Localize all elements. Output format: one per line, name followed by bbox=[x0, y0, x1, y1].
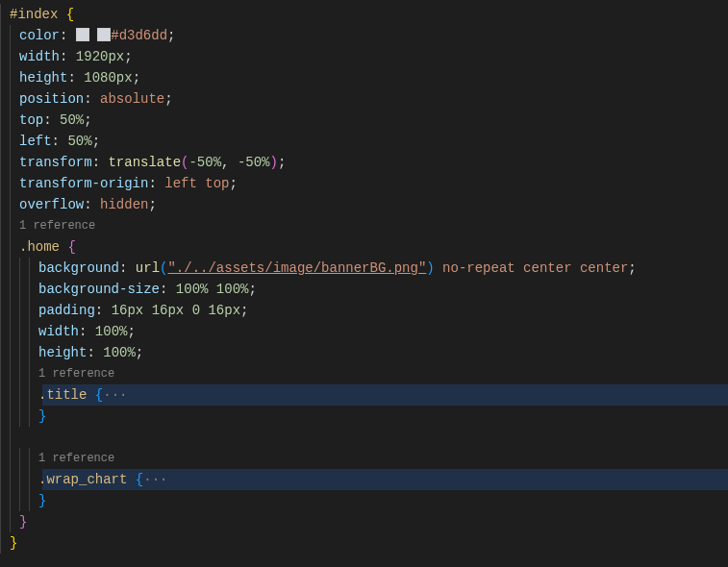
value: 100% bbox=[103, 345, 136, 360]
property: width bbox=[38, 324, 79, 339]
code-line[interactable]: } bbox=[0, 490, 728, 511]
value: 16px 16px 0 16px bbox=[112, 303, 240, 318]
property: height bbox=[19, 70, 67, 86]
code-line-blank[interactable] bbox=[0, 427, 728, 448]
code-line-folded[interactable]: .wrap_chart {··· bbox=[0, 469, 728, 490]
code-line[interactable]: overflow: hidden; bbox=[0, 194, 728, 215]
value: left top bbox=[164, 176, 229, 191]
property: top bbox=[19, 112, 43, 128]
selector: #index bbox=[10, 7, 58, 22]
property: padding bbox=[38, 303, 95, 318]
property: background-size bbox=[38, 282, 160, 297]
code-line[interactable]: height: 1080px; bbox=[0, 67, 728, 88]
code-line[interactable]: background: url("./../assets/image/banne… bbox=[0, 258, 728, 279]
property: background bbox=[38, 260, 119, 276]
code-line[interactable]: background-size: 100% 100%; bbox=[0, 279, 728, 300]
value: hidden bbox=[100, 197, 148, 212]
property: left bbox=[19, 134, 52, 149]
fold-icon[interactable]: ··· bbox=[143, 472, 167, 487]
value: 1080px bbox=[84, 70, 132, 86]
selector: .home bbox=[19, 239, 60, 255]
selector: .title bbox=[38, 387, 87, 403]
fold-icon[interactable]: ··· bbox=[103, 387, 127, 403]
property: width bbox=[19, 49, 60, 64]
value: 50% bbox=[60, 112, 84, 128]
code-line[interactable]: transform: translate(-50%, -50%); bbox=[0, 152, 728, 173]
property: height bbox=[38, 345, 87, 360]
color-swatch[interactable] bbox=[76, 28, 89, 41]
code-line[interactable]: top: 50%; bbox=[0, 110, 728, 131]
code-line[interactable]: left: 50%; bbox=[0, 131, 728, 152]
selector: .wrap_chart bbox=[38, 472, 127, 487]
code-editor[interactable]: #index { color: #d3d6dd; width: 1920px; … bbox=[0, 4, 728, 554]
references-codelens[interactable]: 1 reference bbox=[19, 215, 95, 236]
value: 100% 100% bbox=[176, 282, 249, 297]
code-line-folded[interactable]: .title {··· bbox=[0, 384, 728, 406]
code-line[interactable]: } bbox=[0, 511, 728, 532]
code-line[interactable]: .home { bbox=[0, 236, 728, 258]
value: 1920px bbox=[76, 49, 124, 64]
code-line[interactable]: position: absolute; bbox=[0, 88, 728, 110]
codelens-line[interactable]: 1 reference bbox=[0, 363, 728, 384]
value: 100% bbox=[95, 324, 128, 339]
code-line[interactable]: } bbox=[0, 532, 728, 554]
code-line[interactable]: } bbox=[0, 406, 728, 427]
value: -50% bbox=[238, 155, 270, 170]
function: translate bbox=[108, 155, 181, 170]
property: transform-origin bbox=[19, 176, 148, 191]
code-line[interactable]: color: #d3d6dd; bbox=[0, 25, 728, 46]
string: "./../assets/image/bannerBG.png" bbox=[167, 260, 426, 276]
value: 50% bbox=[67, 134, 91, 149]
color-swatch[interactable] bbox=[97, 28, 111, 41]
property: overflow bbox=[19, 197, 84, 212]
property: color bbox=[19, 28, 60, 43]
code-line[interactable]: transform-origin: left top; bbox=[0, 173, 728, 194]
code-line[interactable]: padding: 16px 16px 0 16px; bbox=[0, 300, 728, 321]
references-codelens[interactable]: 1 reference bbox=[38, 363, 114, 384]
property: position bbox=[19, 91, 84, 107]
function: url bbox=[136, 260, 160, 276]
codelens-line[interactable]: 1 reference bbox=[0, 215, 728, 236]
references-codelens[interactable]: 1 reference bbox=[38, 448, 114, 469]
value: #d3d6dd bbox=[111, 28, 167, 43]
code-line[interactable]: #index { bbox=[0, 4, 728, 25]
code-line[interactable]: height: 100%; bbox=[0, 342, 728, 363]
value: absolute bbox=[100, 91, 164, 107]
value: no-repeat center center bbox=[442, 260, 628, 276]
codelens-line[interactable]: 1 reference bbox=[0, 448, 728, 469]
value: -50% bbox=[188, 155, 221, 170]
code-line[interactable]: width: 1920px; bbox=[0, 46, 728, 67]
property: transform bbox=[19, 155, 92, 170]
code-line[interactable]: width: 100%; bbox=[0, 321, 728, 342]
